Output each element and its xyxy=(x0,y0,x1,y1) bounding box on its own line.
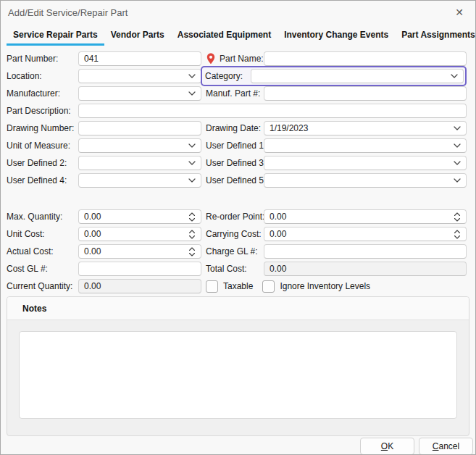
cancel-button[interactable]: Cancel xyxy=(419,438,473,455)
chevron-down-icon xyxy=(188,161,196,165)
user-defined-3-label: User Defined 3: xyxy=(201,156,264,170)
notes-textarea[interactable] xyxy=(19,331,457,419)
taxable-checkbox[interactable] xyxy=(206,280,218,293)
tab-vendor-parts[interactable]: Vendor Parts xyxy=(104,27,171,46)
chevron-down-icon xyxy=(454,178,461,183)
checkbox-group: Taxable Ignore Inventory Levels xyxy=(201,280,467,293)
location-select[interactable] xyxy=(78,69,201,83)
chevron-down-icon xyxy=(188,143,196,148)
part-name-input[interactable] xyxy=(264,51,467,66)
form-grid-top: Part Number: Part Name: Location: Catego… xyxy=(7,51,467,188)
total-cost-label: Total Cost: xyxy=(201,262,264,276)
actual-cost-label: Actual Cost: xyxy=(7,244,78,259)
chevron-up-down-icon xyxy=(188,230,196,239)
notes-body xyxy=(7,320,469,422)
max-quantity-label: Max. Quantity: xyxy=(7,209,78,224)
chevron-down-icon xyxy=(454,143,461,148)
ignore-inventory-levels-label: Ignore Inventory Levels xyxy=(280,281,370,291)
user-defined-3-select[interactable] xyxy=(264,156,467,170)
notes-header: Notes xyxy=(7,297,469,320)
form-grid-bottom: Max. Quantity: 0.00 Re-order Point: 0.00… xyxy=(7,209,467,293)
add-edit-service-repair-part-dialog: Add/Edit Service/Repair Part ✕ Service R… xyxy=(0,0,476,455)
drawing-number-label: Drawing Number: xyxy=(7,121,78,135)
manufacturer-label: Manufacturer: xyxy=(7,86,78,101)
tab-bar: Service Repair Parts Vendor Parts Associ… xyxy=(7,27,475,46)
user-defined-4-label: User Defined 4: xyxy=(7,173,78,188)
unit-cost-stepper[interactable]: 0.00 xyxy=(78,227,201,241)
chevron-up-down-icon xyxy=(454,212,461,222)
actual-cost-value: 0.00 xyxy=(84,246,188,256)
unit-of-measure-select[interactable] xyxy=(78,138,201,153)
reorder-point-label: Re-order Point: xyxy=(201,209,264,224)
part-description-label: Part Description: xyxy=(7,104,78,118)
tab-part-assignments[interactable]: Part Assignments xyxy=(395,27,476,46)
unit-cost-value: 0.00 xyxy=(84,229,188,239)
chevron-up-down-icon xyxy=(454,230,461,239)
part-description-input[interactable] xyxy=(78,104,467,118)
dialog-button-row: OK Cancel xyxy=(1,438,473,455)
unit-cost-label: Unit Cost: xyxy=(7,227,78,241)
carrying-cost-value: 0.00 xyxy=(270,229,454,239)
notes-title: Notes xyxy=(22,304,46,314)
part-number-input[interactable] xyxy=(78,51,201,66)
chevron-down-icon xyxy=(454,161,461,165)
close-icon[interactable]: ✕ xyxy=(453,6,466,19)
current-quantity-label: Current Quantity: xyxy=(7,279,78,293)
reorder-point-value: 0.00 xyxy=(270,212,454,222)
chevron-down-icon xyxy=(451,74,458,78)
title-bar: Add/Edit Service/Repair Part ✕ xyxy=(1,1,475,25)
section-spacer xyxy=(1,188,475,204)
chevron-down-icon xyxy=(188,91,196,96)
chevron-down-icon xyxy=(188,74,196,78)
max-quantity-value: 0.00 xyxy=(84,212,188,222)
cost-gl-label: Cost GL #: xyxy=(7,262,78,276)
part-name-label: Part Name: xyxy=(220,51,264,66)
cost-gl-input[interactable] xyxy=(78,262,201,276)
manuf-part-no-label: Manuf. Part #: xyxy=(201,86,264,101)
chevron-up-down-icon xyxy=(188,212,196,222)
tab-associated-equipment[interactable]: Associated Equipment xyxy=(171,27,277,46)
carrying-cost-stepper[interactable]: 0.00 xyxy=(264,227,467,241)
user-defined-2-select[interactable] xyxy=(78,156,201,170)
chevron-down-icon xyxy=(188,178,196,183)
tab-inventory-change-events[interactable]: Inventory Change Events xyxy=(277,27,395,46)
dialog-title: Add/Edit Service/Repair Part xyxy=(8,7,128,18)
ignore-inventory-levels-checkbox[interactable] xyxy=(262,280,275,293)
user-defined-5-label: User Defined 5: xyxy=(201,173,264,188)
total-cost-input xyxy=(264,262,467,276)
tab-service-repair-parts[interactable]: Service Repair Parts xyxy=(7,27,104,46)
location-label: Location: xyxy=(7,69,78,83)
user-defined-2-label: User Defined 2: xyxy=(7,156,78,170)
user-defined-1-label: User Defined 1: xyxy=(201,138,264,153)
actual-cost-stepper[interactable]: 0.00 xyxy=(78,244,201,259)
part-number-label: Part Number: xyxy=(7,51,78,66)
user-defined-1-select[interactable] xyxy=(264,138,467,153)
chevron-up-down-icon xyxy=(188,247,196,256)
notes-groupbox: Notes xyxy=(7,296,469,436)
category-label: Category: xyxy=(202,69,251,83)
charge-gl-label: Charge GL #: xyxy=(201,244,264,259)
part-name-label-cell: Part Name: xyxy=(201,51,264,66)
category-focused-cell: Category: xyxy=(201,66,467,86)
ok-button[interactable]: OK xyxy=(360,438,414,455)
manufacturer-select[interactable] xyxy=(78,86,201,101)
reorder-point-stepper[interactable]: 0.00 xyxy=(264,209,467,224)
location-pin-icon xyxy=(206,53,215,64)
drawing-number-input[interactable] xyxy=(78,121,201,135)
drawing-date-select[interactable]: 1/19/2023 xyxy=(264,121,467,135)
user-defined-4-select[interactable] xyxy=(78,173,201,188)
current-quantity-input xyxy=(78,279,201,293)
drawing-date-value: 1/19/2023 xyxy=(270,123,454,133)
carrying-cost-label: Carrying Cost: xyxy=(201,227,264,241)
charge-gl-input[interactable] xyxy=(264,244,467,259)
user-defined-5-select[interactable] xyxy=(264,173,467,188)
unit-of-measure-label: Unit of Measure: xyxy=(7,138,78,153)
category-select[interactable] xyxy=(251,69,464,83)
taxable-label: Taxable xyxy=(223,281,253,291)
drawing-date-label: Drawing Date: xyxy=(201,121,264,135)
max-quantity-stepper[interactable]: 0.00 xyxy=(78,209,201,224)
chevron-down-icon xyxy=(454,126,461,130)
manuf-part-no-input[interactable] xyxy=(264,86,467,101)
